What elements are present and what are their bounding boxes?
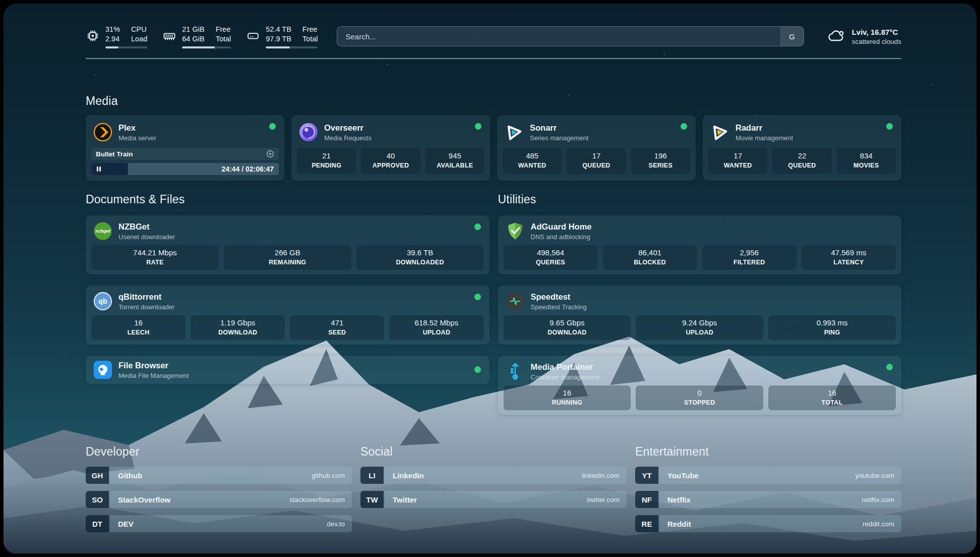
stat-box: 21PENDING <box>297 148 356 174</box>
link-abbr: DT <box>86 515 109 532</box>
link-name: Github <box>118 471 142 480</box>
header-divider <box>86 58 901 59</box>
ram-total-value: 64 GiB <box>182 34 204 44</box>
stat-box: 9.65 GbpsDOWNLOAD <box>504 315 631 340</box>
ram-stat: 21 GiB 64 GiB Free Total <box>162 25 231 48</box>
ram-icon <box>162 29 176 43</box>
link-abbr: GH <box>86 467 109 484</box>
link-linkedin[interactable]: LI LinkedIn linkedin.com <box>360 467 627 484</box>
link-netflix[interactable]: NF Netflix netflix.com <box>635 491 901 508</box>
app-subtitle: Series management <box>530 134 588 142</box>
search-bar[interactable]: G <box>337 26 804 46</box>
filebrowser-card[interactable]: File Browser Media File Management <box>86 356 489 384</box>
link-name: DEV <box>118 520 134 528</box>
cpu-usage-value: 31% <box>105 25 120 34</box>
stat-box: 618.52 MbpsUPLOAD <box>389 315 483 340</box>
status-dot <box>475 123 481 130</box>
plex-card[interactable]: Plex Media server Bullet Train <box>86 115 284 181</box>
stat-box: 471SEED <box>290 315 384 340</box>
link-abbr: YT <box>635 467 658 484</box>
ram-free-label: Free <box>216 25 231 34</box>
status-dot <box>269 123 276 130</box>
section-title-entertainment: Entertainment <box>635 445 901 459</box>
link-abbr: RE <box>635 515 658 532</box>
link-url: twitter.com <box>587 496 620 504</box>
link-name: StackOverflow <box>118 495 170 504</box>
search-input[interactable] <box>337 32 780 41</box>
link-stackoverflow[interactable]: SO StackOverflow stackoverflow.com <box>86 491 352 508</box>
link-twitter[interactable]: TW Twitter twitter.com <box>360 491 627 508</box>
app-name: Media Portainer <box>531 362 599 372</box>
svg-text:qb: qb <box>98 297 107 305</box>
link-name: YouTube <box>667 471 699 480</box>
app-subtitle: Container management <box>531 373 599 381</box>
app-name: Radarr <box>736 123 793 133</box>
link-name: Twitter <box>393 495 417 504</box>
link-url: reddit.com <box>863 520 894 528</box>
app-subtitle: DNS and adblocking <box>531 233 592 241</box>
link-abbr: NF <box>635 491 658 508</box>
filebrowser-icon <box>93 360 112 379</box>
app-name: Sonarr <box>530 123 588 133</box>
plex-icon <box>93 123 112 142</box>
status-dot <box>474 224 481 230</box>
app-name: Speedtest <box>531 292 587 302</box>
link-name: Netflix <box>667 495 691 504</box>
stat-box: 196SERIES <box>631 148 690 174</box>
app-name: AdGuard Home <box>531 221 592 232</box>
qbittorrent-icon: qb <box>93 292 112 311</box>
sonarr-icon <box>505 123 524 142</box>
app-name: File Browser <box>118 360 189 370</box>
app-name: NZBGet <box>118 221 175 232</box>
ram-progress-bar <box>182 46 231 48</box>
ram-total-label: Total <box>216 34 231 44</box>
adguard-card[interactable]: AdGuard Home DNS and adblocking 498,564Q… <box>498 215 902 274</box>
qbittorrent-card[interactable]: qb qBittorrent Torrent downloader 16LEEC… <box>86 286 489 345</box>
stat-box: 1.19 GbpsDOWNLOAD <box>191 315 285 340</box>
app-subtitle: Usenet downloader <box>118 233 175 241</box>
app-name: Overseerr <box>324 123 372 133</box>
disk-progress-bar <box>266 46 318 48</box>
overseerr-card[interactable]: Overseerr Media Requests 21PENDING 40APP… <box>291 115 490 181</box>
disk-free-label: Free <box>302 25 318 34</box>
speedtest-card[interactable]: Speedtest Speedtest Tracking 9.65 GbpsDO… <box>498 286 902 345</box>
section-title-utilities: Utilities <box>498 193 902 206</box>
link-url: stackoverflow.com <box>289 496 345 504</box>
link-github[interactable]: GH Github github.com <box>86 467 352 484</box>
pause-icon <box>96 166 102 172</box>
link-reddit[interactable]: RE Reddit reddit.com <box>635 515 901 532</box>
link-youtube[interactable]: YT YouTube youtube.com <box>635 467 901 484</box>
nzbget-card[interactable]: nzbget NZBGet Usenet downloader 744.21 M… <box>86 215 489 274</box>
stat-box: 485WANTED <box>503 148 562 174</box>
stat-box: 39.6 TBDOWNLOADED <box>356 245 484 270</box>
weather-widget: Lviv, 16.87°C scattered clouds <box>826 27 901 46</box>
portainer-card[interactable]: Media Portainer Container management 16R… <box>498 356 902 415</box>
search-engine-button[interactable]: G <box>780 27 804 46</box>
playback-elapsed[interactable] <box>91 163 128 175</box>
ram-free-value: 21 GiB <box>182 25 204 34</box>
app-subtitle: Torrent downloader <box>118 303 174 311</box>
link-dev[interactable]: DT DEV dev.to <box>86 515 352 532</box>
stat-box: 0STOPPED <box>636 385 763 410</box>
weather-condition: scattered clouds <box>852 38 901 45</box>
app-name: qBittorrent <box>118 292 174 302</box>
disk-total-value: 97.9 TB <box>266 34 291 44</box>
cpu-load-label: Load <box>131 34 147 44</box>
dashboard-window: 31% 2.94 CPU Load <box>4 4 976 553</box>
adguard-icon <box>506 221 525 241</box>
media-grid: Plex Media server Bullet Train <box>86 115 901 181</box>
disk-total-label: Total <box>302 34 318 44</box>
playback-time: 24:44 / 02:06:47 <box>221 165 279 173</box>
section-title-social: Social <box>360 445 627 459</box>
cpu-icon <box>86 29 100 43</box>
app-subtitle: Movie management <box>736 134 793 142</box>
stat-box: 2,956FILTERED <box>702 245 797 270</box>
stat-box: 16RUNNING <box>504 385 631 410</box>
radarr-card[interactable]: Radarr Movie management 17WANTED 22QUEUE… <box>703 115 901 181</box>
status-dot <box>474 366 481 373</box>
status-dot <box>886 123 893 130</box>
media-type-icon <box>266 150 274 158</box>
sonarr-card[interactable]: Sonarr Series management 485WANTED 17QUE… <box>497 115 696 181</box>
stat-box: 16LEECH <box>91 315 186 340</box>
link-abbr: LI <box>360 467 384 484</box>
